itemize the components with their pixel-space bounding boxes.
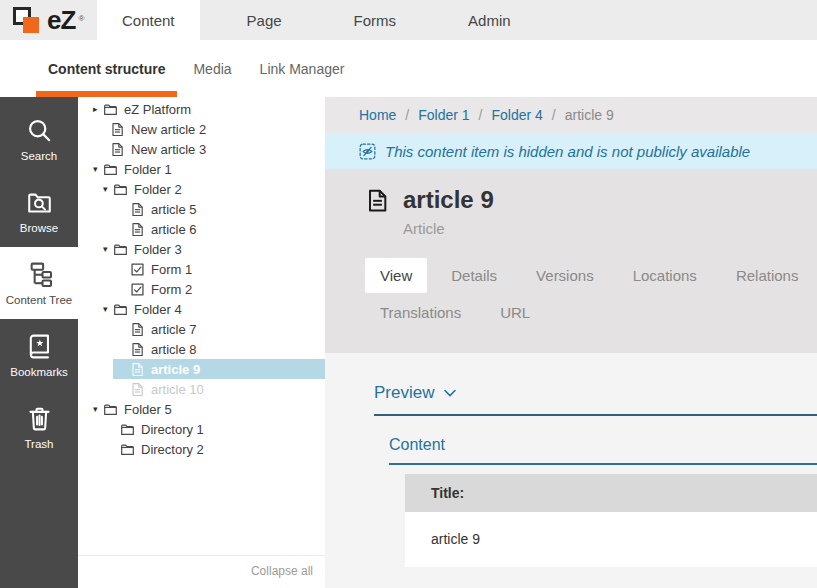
tree-item-article-7[interactable]: article 7 (113, 319, 325, 339)
folder-icon (113, 242, 128, 257)
tree-item-label: article 5 (151, 202, 197, 217)
tree-expand-arrow[interactable]: ▾ (93, 159, 103, 179)
trash-icon (25, 404, 54, 433)
top-tab-page[interactable]: Page (222, 0, 307, 40)
tree-item-label: Directory 1 (141, 422, 204, 437)
tree-item-label: Folder 3 (134, 242, 182, 257)
breadcrumb-link-folder-1[interactable]: Folder 1 (418, 107, 469, 123)
ez-logo-mark-icon (13, 4, 43, 36)
sidebar-item-label: Bookmarks (10, 366, 68, 378)
tab-relations[interactable]: Relations (721, 258, 814, 293)
top-tab-admin[interactable]: Admin (443, 0, 536, 40)
article-icon (110, 142, 125, 157)
tree-item-article-8[interactable]: article 8 (113, 339, 325, 359)
top-tab-label: Content (122, 12, 175, 29)
sidebar-item-browse[interactable]: Browse (0, 175, 78, 247)
tree-item-folder-5[interactable]: ▾ Folder 5 (93, 399, 325, 419)
tree-item-label: article 8 (151, 342, 197, 357)
tree-expand-arrow[interactable]: ▾ (103, 179, 113, 199)
tree-expand-arrow[interactable]: ▾ (103, 299, 113, 319)
folder-icon (120, 422, 135, 437)
sidebar-item-icon (25, 188, 54, 217)
tree-item-folder-1[interactable]: ▾ Folder 1 (93, 159, 325, 179)
content-item-tabs: ViewDetailsVersionsLocationsRelationsTra… (365, 258, 817, 330)
tree-item-article-5[interactable]: article 5 (113, 199, 325, 219)
subnav-item-media[interactable]: Media (181, 40, 243, 97)
tree-item-article-6[interactable]: article 6 (113, 219, 325, 239)
subnav-item-label: Media (193, 61, 231, 77)
article-icon (130, 342, 145, 357)
tree-expand-arrow[interactable]: ▾ (93, 399, 103, 419)
top-tab-forms[interactable]: Forms (329, 0, 422, 40)
top-tab-content[interactable]: Content (97, 0, 200, 40)
tree-item-icon (113, 182, 128, 197)
tab-details[interactable]: Details (436, 258, 512, 293)
sidebar-item-bookmarks[interactable]: Bookmarks (0, 319, 78, 391)
preview-toggle[interactable]: Preview (374, 383, 456, 403)
tab-view[interactable]: View (365, 258, 427, 293)
sidebar-item-content-tree[interactable]: Content Tree (0, 247, 78, 319)
article-icon (130, 362, 145, 377)
field-list: Title:article 9 (405, 474, 817, 567)
field-value: article 9 (405, 512, 817, 567)
tree-item-icon (120, 422, 135, 437)
tree-item-label: article 10 (151, 382, 204, 397)
tree-item-directory-2[interactable]: Directory 2 (103, 439, 325, 459)
breadcrumb-link-home[interactable]: Home (359, 107, 396, 123)
tree-item-article-10[interactable]: article 10 (113, 379, 325, 399)
ez-logo[interactable]: eZ® (0, 0, 97, 40)
content-tree-list: ▸ eZ Platform New article 2 New article … (78, 97, 325, 459)
tab-locations[interactable]: Locations (618, 258, 712, 293)
tree-expand-arrow[interactable]: ▸ (93, 99, 103, 119)
tree-item-icon (110, 142, 125, 157)
tree-expand-arrow[interactable]: ▾ (103, 239, 113, 259)
notice-text: This content item is hidden and is not p… (385, 143, 750, 160)
chevron-down-icon (444, 389, 456, 397)
breadcrumb-current: article 9 (565, 107, 614, 123)
tree-item-label: New article 3 (131, 142, 206, 157)
tree-item-new-article-2[interactable]: New article 2 (93, 119, 325, 139)
article-icon (130, 202, 145, 217)
tab-translations[interactable]: Translations (365, 295, 476, 330)
tab-url[interactable]: URL (485, 295, 545, 330)
main-content-area: Home/Folder 1/Folder 4/article 9 This co… (325, 97, 817, 588)
collapse-all-button[interactable]: Collapse all (78, 555, 325, 588)
tree-item-folder-3[interactable]: ▾ Folder 3 (103, 239, 325, 259)
tree-item-icon (130, 282, 145, 297)
tree-item-folder-2[interactable]: ▾ Folder 2 (103, 179, 325, 199)
hidden-content-notice: This content item is hidden and is not p… (325, 133, 817, 169)
tree-item-article-9[interactable]: article 9 (113, 359, 325, 379)
tree-item-icon (103, 162, 118, 177)
tab-versions[interactable]: Versions (521, 258, 609, 293)
logo-orange-square (23, 17, 39, 33)
tree-item-new-article-3[interactable]: New article 3 (93, 139, 325, 159)
content-tree-icon (25, 260, 54, 289)
top-tab-label: Page (247, 12, 282, 29)
tree-item-form-1[interactable]: Form 1 (113, 259, 325, 279)
tree-item-label: article 6 (151, 222, 197, 237)
tree-item-icon (130, 342, 145, 357)
sidebar-item-label: Browse (20, 222, 58, 234)
sidebar-item-trash[interactable]: Trash (0, 391, 78, 463)
folder-icon (120, 442, 135, 457)
ez-platform-admin-window: eZ® ContentPageFormsAdmin Content struct… (0, 0, 817, 588)
tree-item-icon (130, 222, 145, 237)
breadcrumb-link-folder-4[interactable]: Folder 4 (492, 107, 543, 123)
tree-item-icon (120, 442, 135, 457)
breadcrumb-separator: / (552, 107, 556, 123)
tree-item-form-2[interactable]: Form 2 (113, 279, 325, 299)
tree-item-directory-1[interactable]: Directory 1 (103, 419, 325, 439)
tree-item-ez-platform[interactable]: ▸ eZ Platform (93, 99, 325, 119)
sidebar-item-search[interactable]: Search (0, 103, 78, 175)
subnav-item-link-manager[interactable]: Link Manager (248, 40, 357, 97)
subnav-item-label: Link Manager (260, 61, 345, 77)
tree-item-label: Form 2 (151, 282, 192, 297)
tree-item-folder-4[interactable]: ▾ Folder 4 (103, 299, 325, 319)
tree-item-icon (130, 362, 145, 377)
sidebar-item-icon (25, 404, 54, 433)
subnav-item-content-structure[interactable]: Content structure (36, 40, 177, 97)
view-tab-content: Preview Content Title:article 9 (325, 353, 817, 588)
title-row: article 9 (365, 185, 817, 215)
tree-item-label: Folder 2 (134, 182, 182, 197)
tree-item-icon (130, 322, 145, 337)
